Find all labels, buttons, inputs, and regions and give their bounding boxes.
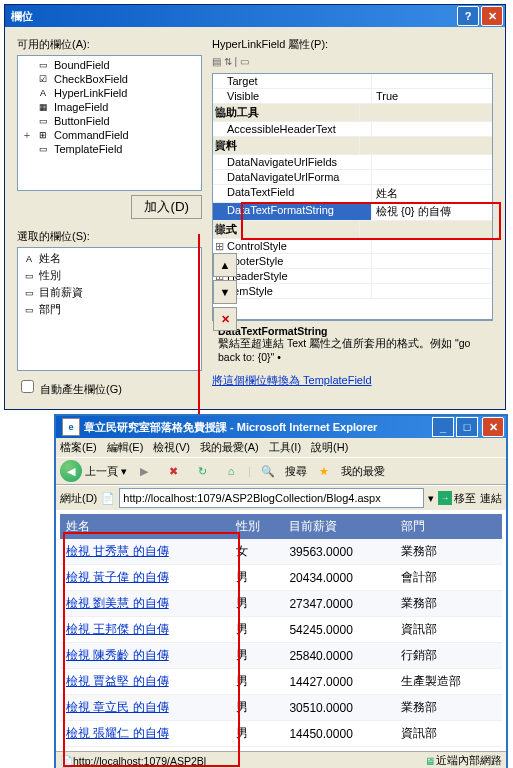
table-row: 檢視 甘秀慧 的自傳女39563.0000業務部 xyxy=(60,539,502,565)
property-row[interactable]: DataNavigateUrlFields xyxy=(213,155,492,170)
stop-button[interactable]: ✖ xyxy=(161,460,185,482)
field-type-icon: A xyxy=(36,87,50,99)
dialog-title: 欄位 xyxy=(11,9,455,24)
property-row[interactable]: ⊞ItemStyle xyxy=(213,284,492,299)
property-row[interactable]: DataNavigateUrlForma xyxy=(213,170,492,185)
help-text: 繫結至超連結 Text 屬性之值所套用的格式。例如 "go back to: {… xyxy=(218,337,470,363)
delete-button[interactable]: ✕ xyxy=(213,307,237,331)
view-link[interactable]: 檢視 王邦傑 的自傳 xyxy=(66,622,169,636)
browser-window: e 章立民研究室部落格免費授課 - Microsoft Internet Exp… xyxy=(54,414,508,768)
search-label[interactable]: 搜尋 xyxy=(285,464,307,479)
table-row: 檢視 黃子偉 的自傳男20434.0000會計部 xyxy=(60,565,502,591)
status-url: http://localhost:1079/ASP2Bl xyxy=(73,755,206,767)
properties-label: HyperLinkField 屬性(P): xyxy=(212,37,493,52)
menu-item[interactable]: 檢視(V) xyxy=(153,440,190,455)
browser-close-button[interactable]: ✕ xyxy=(482,417,504,437)
field-type-icon: ☑ xyxy=(36,73,50,85)
property-row[interactable]: Target xyxy=(213,74,492,89)
ie-icon: e xyxy=(62,418,80,436)
page-content: 姓名性別目前薪資部門檢視 甘秀慧 的自傳女39563.0000業務部檢視 黃子偉… xyxy=(56,510,506,751)
status-zone: 近端內部網路 xyxy=(436,754,502,768)
column-header: 目前薪資 xyxy=(283,514,395,539)
refresh-button[interactable]: ↻ xyxy=(190,460,214,482)
close-button[interactable]: ✕ xyxy=(481,6,503,26)
menu-item[interactable]: 我的最愛(A) xyxy=(200,440,259,455)
field-item[interactable]: ▭ButtonField xyxy=(20,114,199,128)
convert-to-template-link[interactable]: 將這個欄位轉換為 TemplateField xyxy=(212,373,493,388)
field-type-icon: ▭ xyxy=(22,305,36,317)
menu-item[interactable]: 工具(I) xyxy=(269,440,301,455)
view-link[interactable]: 檢視 劉美慧 的自傳 xyxy=(66,596,169,610)
view-link[interactable]: 檢視 賈益堅 的自傳 xyxy=(66,674,169,688)
view-link[interactable]: 檢視 張耀仁 的自傳 xyxy=(66,726,169,740)
view-link[interactable]: 檢視 甘秀慧 的自傳 xyxy=(66,544,169,558)
table-row: 檢視 王邦傑 的自傳男54245.0000資訊部 xyxy=(60,617,502,643)
property-row[interactable]: AccessibleHeaderText xyxy=(213,122,492,137)
autogen-checkbox[interactable] xyxy=(21,380,34,393)
address-bar: 網址(D) 📄 ▾ → 移至 連結 xyxy=(56,485,506,510)
links-label[interactable]: 連結 xyxy=(480,491,502,506)
favorites-icon[interactable]: ★ xyxy=(312,460,336,482)
back-button[interactable]: ◀ 上一頁 ▾ xyxy=(60,460,127,482)
menubar[interactable]: 檔案(E)編輯(E)檢視(V)我的最愛(A)工具(I)說明(H) xyxy=(56,438,506,457)
forward-button[interactable]: ▶ xyxy=(132,460,156,482)
property-category[interactable]: ⊟樣式 xyxy=(213,221,492,239)
dropdown-icon[interactable]: ▾ xyxy=(428,492,434,505)
property-category[interactable]: ⊟協助工具 xyxy=(213,104,492,122)
property-row[interactable]: DataTextField姓名 xyxy=(213,185,492,203)
property-row[interactable]: DataTextFormatString檢視 {0} 的自傳 xyxy=(213,203,492,221)
available-fields-label: 可用的欄位(A): xyxy=(17,37,202,52)
field-type-icon: ▭ xyxy=(36,115,50,127)
field-type-icon: ▭ xyxy=(22,271,36,283)
fields-dialog: 欄位 ? ✕ 可用的欄位(A): ▭BoundField☑CheckBoxFie… xyxy=(4,4,506,410)
selected-field-item[interactable]: A 姓名 xyxy=(20,250,199,267)
field-item[interactable]: ☑CheckBoxField xyxy=(20,72,199,86)
page-icon: 📄 xyxy=(60,755,73,768)
minimize-button[interactable]: _ xyxy=(432,417,454,437)
selected-field-item[interactable]: ▭ 性別 xyxy=(20,267,199,284)
selected-fields-label: 選取的欄位(S): xyxy=(17,229,202,244)
propgrid-toolbar: ▤ ⇅ | ▭ xyxy=(212,55,493,73)
move-up-button[interactable]: ▲ xyxy=(213,253,237,277)
available-fields-list[interactable]: ▭BoundField☑CheckBoxFieldAHyperLinkField… xyxy=(17,55,202,191)
maximize-button[interactable]: □ xyxy=(456,417,478,437)
selected-fields-list[interactable]: A 姓名▭ 性別▭ 目前薪資▭ 部門 xyxy=(17,247,202,371)
dropdown-icon: ▾ xyxy=(121,465,127,478)
selected-field-item[interactable]: ▭ 目前薪資 xyxy=(20,284,199,301)
browser-titlebar: e 章立民研究室部落格免費授課 - Microsoft Internet Exp… xyxy=(56,416,506,438)
favorites-label[interactable]: 我的最愛 xyxy=(341,464,385,479)
go-button[interactable]: → 移至 xyxy=(438,491,476,506)
move-down-button[interactable]: ▼ xyxy=(213,280,237,304)
property-row[interactable]: ⊞FooterStyle xyxy=(213,254,492,269)
url-input[interactable] xyxy=(119,488,424,508)
property-row[interactable]: VisibleTrue xyxy=(213,89,492,104)
view-link[interactable]: 檢視 陳秀齡 的自傳 xyxy=(66,648,169,662)
browser-title: 章立民研究室部落格免費授課 - Microsoft Internet Explo… xyxy=(84,420,432,435)
page-icon: 📄 xyxy=(101,492,115,505)
field-item[interactable]: ▭TemplateField xyxy=(20,142,199,156)
search-icon[interactable]: 🔍 xyxy=(256,460,280,482)
field-item[interactable]: +⊞CommandField xyxy=(20,128,199,142)
field-item[interactable]: ▭BoundField xyxy=(20,58,199,72)
property-row[interactable]: ⊞HeaderStyle xyxy=(213,269,492,284)
menu-item[interactable]: 檔案(E) xyxy=(60,440,97,455)
property-category[interactable]: ⊟資料 xyxy=(213,137,492,155)
menu-item[interactable]: 說明(H) xyxy=(311,440,348,455)
help-title: DataTextFormatString xyxy=(218,325,487,337)
field-type-icon: ⊞ xyxy=(36,129,50,141)
property-row[interactable]: ⊞ControlStyle xyxy=(213,239,492,254)
view-link[interactable]: 檢視 章立民 的自傳 xyxy=(66,700,169,714)
help-button[interactable]: ? xyxy=(457,6,479,26)
home-button[interactable]: ⌂ xyxy=(219,460,243,482)
table-row: 檢視 張耀仁 的自傳男14450.0000資訊部 xyxy=(60,721,502,747)
property-grid[interactable]: TargetVisibleTrue⊟協助工具AccessibleHeaderTe… xyxy=(212,73,493,320)
autogen-checkbox-label[interactable]: 自動產生欄位(G) xyxy=(17,383,122,395)
selected-field-item[interactable]: ▭ 部門 xyxy=(20,301,199,318)
view-link[interactable]: 檢視 黃子偉 的自傳 xyxy=(66,570,169,584)
dialog-titlebar: 欄位 ? ✕ xyxy=(5,5,505,27)
field-item[interactable]: ▦ImageField xyxy=(20,100,199,114)
menu-item[interactable]: 編輯(E) xyxy=(107,440,144,455)
field-item[interactable]: AHyperLinkField xyxy=(20,86,199,100)
add-button[interactable]: 加入(D) xyxy=(131,195,202,219)
zone-icon: 🖥 xyxy=(425,755,436,767)
